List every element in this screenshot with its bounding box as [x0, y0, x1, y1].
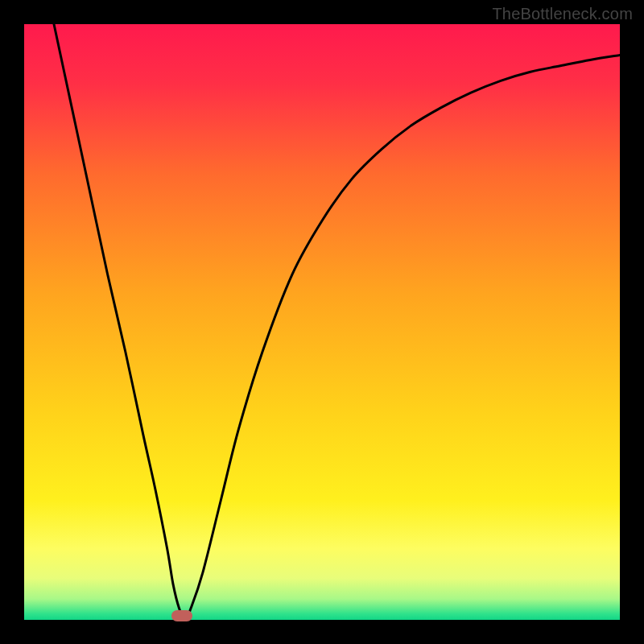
svg-rect-0	[24, 24, 620, 620]
chart-background-gradient	[24, 24, 620, 620]
chart-frame	[24, 24, 620, 620]
minimum-marker	[171, 610, 192, 621]
watermark-text: TheBottleneck.com	[492, 5, 633, 23]
